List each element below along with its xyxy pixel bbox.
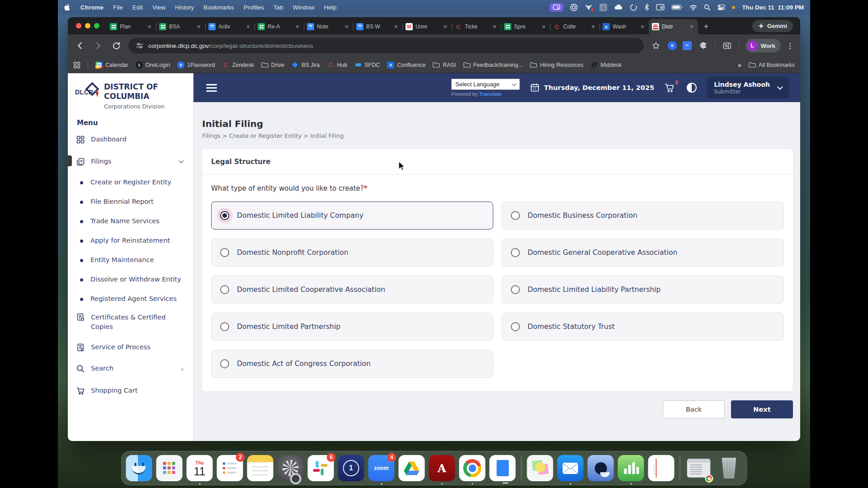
tab-activ[interactable]: Activ× [205, 19, 255, 34]
onepassword-menu-icon[interactable] [570, 4, 578, 11]
dock-slack-icon[interactable]: 6 [308, 455, 334, 481]
dock-finder-icon[interactable] [126, 455, 152, 481]
bookmarks-overflow-icon[interactable]: » [738, 61, 741, 69]
tab-note[interactable]: Note× [304, 19, 353, 34]
tab-close-icon[interactable]: × [294, 23, 301, 30]
chrome-menu-icon[interactable]: ⋮ [787, 42, 794, 50]
minimize-window-button[interactable] [85, 23, 90, 28]
side-panel-icon[interactable] [722, 40, 733, 52]
site-brand[interactable]: DLCP DISTRICT OF COLUMBIA Corporations D… [68, 79, 193, 113]
theme-toggle-icon[interactable] [687, 83, 697, 93]
option-domestic-limited-liability-company[interactable]: Domestic Limited Liability Company [211, 202, 493, 230]
wave-extension-icon[interactable] [683, 41, 692, 50]
dimmed-app-icon[interactable] [599, 4, 607, 11]
tab-close-icon[interactable]: × [344, 23, 350, 30]
tab-unre[interactable]: Unre× [402, 19, 452, 34]
menubar-item-bookmarks[interactable]: Bookmarks [203, 4, 234, 11]
dock-google-drive-icon[interactable] [399, 455, 425, 481]
back-button[interactable]: Back [663, 400, 725, 418]
dock-minimized-window[interactable] [686, 455, 712, 481]
menubar-item-file[interactable]: File [113, 4, 123, 11]
sidebar-item-filings[interactable]: Filings [68, 151, 193, 173]
sidebar-item-entity-maintenance[interactable]: Entity Maintenance [68, 251, 193, 270]
site-info-icon[interactable] [136, 42, 144, 50]
screen-mirroring-icon[interactable] [550, 3, 563, 12]
menubar-item-profiles[interactable]: Profiles [244, 4, 264, 11]
extensions-puzzle-icon[interactable] [698, 40, 709, 52]
dock-stickies-icon[interactable] [527, 455, 553, 481]
tab-close-icon[interactable]: × [245, 23, 251, 30]
bookmark-onelogin[interactable]: OneLogin [136, 61, 170, 69]
tab-plan[interactable]: Plan× [107, 19, 156, 34]
gemini-button[interactable]: Gemini [752, 20, 793, 32]
battery-icon[interactable] [671, 5, 683, 10]
option-domestic-limited-partnership[interactable]: Domestic Limited Partnership [211, 313, 493, 341]
tab-spre[interactable]: Spre× [501, 19, 550, 34]
cloud-sync-icon[interactable] [614, 4, 623, 10]
bookmark-star-icon[interactable] [650, 40, 662, 52]
tab-ticke[interactable]: Ticke× [452, 19, 501, 34]
dock-textedit-icon[interactable] [648, 455, 675, 481]
sidebar-item-certificates-certified-copies[interactable]: Certificates & Certified Copies [68, 309, 193, 337]
back-button[interactable] [74, 40, 86, 52]
bookmark-calendar[interactable]: Calendar [95, 61, 128, 69]
tab-close-icon[interactable]: × [393, 23, 399, 30]
new-tab-button[interactable]: + [700, 20, 712, 33]
sidebar-item-shopping-cart[interactable]: Shopping Cart [68, 380, 193, 402]
wifi-icon[interactable] [689, 5, 697, 10]
spotlight-search-icon[interactable] [704, 4, 711, 11]
menubar-item-chrome[interactable]: Chrome [80, 4, 104, 11]
option-domestic-general-cooperative-association[interactable]: Domestic General Cooperative Association [502, 239, 784, 267]
option-domestic-nonprofit-corporation[interactable]: Domestic Nonprofit Corporation [211, 239, 493, 267]
apple-menu-icon[interactable] [64, 3, 71, 11]
sidebar-item-apply-for-reinstatement[interactable]: Apply for Reinstatement [68, 231, 193, 251]
dock-acrobat-icon[interactable]: A [429, 455, 455, 481]
option-domestic-act-of-congress-corporation[interactable]: Domestic Act of Congress Corporation [211, 350, 493, 378]
dock-zoom-icon[interactable]: zoom4 [368, 455, 395, 481]
dock-ai-assistant-icon[interactable] [588, 455, 614, 481]
sidebar-item-service-of-process[interactable]: Service of Process [68, 337, 193, 358]
onepassword-extension-icon[interactable] [668, 41, 677, 50]
tab-close-icon[interactable]: × [442, 23, 448, 30]
user-menu[interactable]: Lindsey Ashooh Submitter [707, 77, 789, 99]
bluetooth-icon[interactable] [644, 4, 649, 11]
option-domestic-limited-cooperative-association[interactable]: Domestic Limited Cooperative Association [211, 276, 493, 304]
tab-colle[interactable]: Colle× [550, 19, 599, 34]
option-domestic-statutory-trust[interactable]: Domestic Statutory Trust [502, 313, 784, 341]
bookmark-rasi[interactable]: RASI [433, 61, 456, 69]
tab-close-icon[interactable]: × [541, 23, 547, 30]
wasp-app-icon[interactable] [585, 4, 593, 11]
control-center-icon[interactable] [717, 5, 725, 10]
dock-launchpad-icon[interactable] [156, 455, 183, 481]
breadcrumb[interactable]: Filings > Create or Register Entity > In… [202, 132, 793, 139]
cart-button[interactable]: 0 [664, 83, 675, 93]
bookmark-feedback-training[interactable]: Feedback/training... [463, 61, 523, 69]
sidebar-item-create-or-register-entity[interactable]: Create or Register Entity [68, 173, 193, 192]
menubar-item-view[interactable]: View [152, 4, 165, 11]
tab-close-icon[interactable]: × [639, 23, 646, 30]
zoom-window-button[interactable] [94, 23, 99, 28]
tab-close-icon[interactable]: × [491, 23, 498, 30]
menubar-item-tab[interactable]: Tab [274, 4, 283, 11]
bookmark-hiring-resources[interactable]: Hiring Resources [530, 61, 583, 69]
bookmark-middesk[interactable]: Middesk [590, 61, 622, 69]
tab-wash[interactable]: Wash× [599, 19, 649, 34]
bookmark-hub[interactable]: Hub [327, 61, 347, 69]
reload-button[interactable] [110, 40, 122, 52]
sidebar-item-file-biennial-report[interactable]: File Biennial Report [68, 192, 193, 212]
bookmark-1password[interactable]: 1Password [177, 61, 215, 69]
dock-1password-icon[interactable] [338, 455, 364, 481]
tab-close-icon[interactable]: × [689, 23, 695, 30]
hamburger-menu-icon[interactable] [206, 84, 217, 92]
menubar-item-window[interactable]: Window [292, 4, 314, 11]
sidebar-item-search[interactable]: Search › [68, 358, 193, 380]
dock-calendar-icon[interactable]: Thu11 [187, 455, 213, 481]
dock-chrome-icon[interactable] [459, 455, 486, 481]
dock-mail-icon[interactable] [557, 455, 584, 481]
tab-close-icon[interactable]: × [146, 23, 153, 30]
tab-distr-active[interactable]: Distr× [649, 19, 698, 34]
tab-bs-w[interactable]: BS W× [353, 19, 402, 34]
dock-trash-icon[interactable] [716, 455, 742, 481]
dock-notes-icon[interactable] [247, 455, 274, 481]
option-domestic-business-corporation[interactable]: Domestic Business Corporation [502, 202, 784, 230]
